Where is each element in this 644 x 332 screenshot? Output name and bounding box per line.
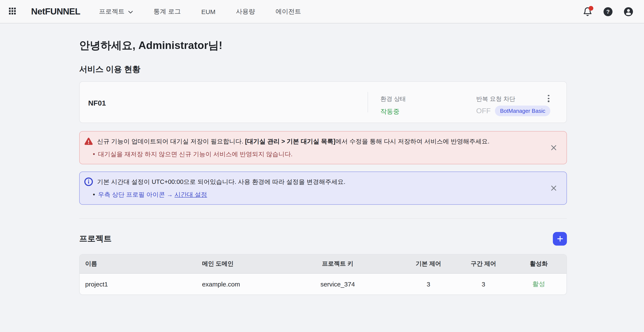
col-header-project-key: 프로젝트 키 xyxy=(274,260,401,268)
notification-bell-icon[interactable] xyxy=(583,6,592,16)
nav-item-usage[interactable]: 사용량 xyxy=(236,7,255,15)
card-more-menu-icon[interactable] xyxy=(545,94,552,104)
botmanager-badge: BotManager Basic xyxy=(495,106,550,116)
environment-name: NF01 xyxy=(88,99,106,108)
info-bullet-dot: • xyxy=(93,190,95,199)
nav-item-agent-label: 에이전트 xyxy=(276,7,301,15)
plus-icon xyxy=(556,235,563,242)
repeat-request-label: 반복 요청 차단 xyxy=(476,95,550,102)
warning-alert-message: 신규 기능이 업데이트되어 대기실 저장이 필요합니다. [대기실 관리 > 기… xyxy=(97,137,490,146)
warning-bullet-dot: • xyxy=(93,150,95,158)
project-table-row[interactable]: project1 example.com service_374 3 3 활성 xyxy=(80,274,566,295)
apps-grid-icon[interactable] xyxy=(9,8,16,15)
info-bullet-prefix: 우측 상단 프로필 아이콘 → xyxy=(98,191,174,198)
info-close-icon[interactable] xyxy=(550,185,557,192)
warning-close-icon[interactable] xyxy=(550,144,557,151)
info-circle-icon xyxy=(84,177,93,186)
navbar-left: NetFUNNEL 프로젝트 통계 로그 EUM 사용량 에이전트 xyxy=(9,6,301,16)
col-header-basic-control: 기본 제어 xyxy=(401,260,456,268)
repeat-request-block: 반복 요청 차단 OFF BotManager Basic xyxy=(476,95,550,116)
col-header-section-control: 구간 제어 xyxy=(456,260,511,268)
info-alert-bullet-row: • 우측 상단 프로필 아이콘 → 시간대 설정 xyxy=(84,190,541,199)
netfunnel-logo[interactable]: NetFUNNEL xyxy=(31,6,80,16)
info-alert: 기본 시간대 설정이 UTC+00:00으로 되어있습니다. 사용 환경에 따라… xyxy=(79,172,567,205)
top-navbar: NetFUNNEL 프로젝트 통계 로그 EUM 사용량 에이전트 xyxy=(0,0,644,23)
repeat-request-value-row: OFF BotManager Basic xyxy=(476,106,550,116)
info-alert-message-row: 기본 시간대 설정이 UTC+00:00으로 되어있습니다. 사용 환경에 따라… xyxy=(84,178,541,186)
cell-basic-control: 3 xyxy=(401,281,456,288)
cell-section-control: 3 xyxy=(456,281,511,288)
col-header-main-domain: 메인 도메인 xyxy=(196,260,274,268)
env-status-label: 환경 상태 xyxy=(380,95,406,102)
timezone-settings-link[interactable]: 시간대 설정 xyxy=(174,191,207,198)
cell-project-name: project1 xyxy=(80,281,196,288)
help-icon[interactable]: ? xyxy=(603,6,613,16)
projects-section-title: 프로젝트 xyxy=(79,234,112,244)
nav-menu: 프로젝트 통계 로그 EUM 사용량 에이전트 xyxy=(99,7,301,15)
projects-section-header: 프로젝트 xyxy=(79,232,567,246)
info-bullet-text: 우측 상단 프로필 아이콘 → 시간대 설정 xyxy=(98,190,207,199)
navbar-right: ? xyxy=(583,6,633,16)
warning-message-part1: 신규 기능이 업데이트되어 대기실 저장이 필요합니다. xyxy=(97,138,245,145)
projects-table-header: 이름 메인 도메인 프로젝트 키 기본 제어 구간 제어 활성화 xyxy=(80,255,566,274)
profile-avatar-icon[interactable] xyxy=(624,6,633,16)
notification-badge-dot xyxy=(589,6,593,10)
nav-item-projects[interactable]: 프로젝트 xyxy=(99,7,133,15)
main-content: 안녕하세요, Administrator님! 서비스 이용 현황 NF01 환경… xyxy=(79,39,567,295)
section-divider xyxy=(79,218,567,219)
warning-triangle-icon xyxy=(84,137,93,146)
nav-item-agent[interactable]: 에이전트 xyxy=(276,7,301,15)
env-status-block: 환경 상태 작동중 xyxy=(380,95,406,116)
page-title: 안녕하세요, Administrator님! xyxy=(79,39,567,51)
warning-alert-bullet-row: • 대기실을 재저장 하지 않으면 신규 기능이 서비스에 반영되지 않습니다. xyxy=(84,150,541,158)
nav-item-usage-label: 사용량 xyxy=(236,7,255,15)
cell-project-key: service_374 xyxy=(274,281,401,288)
service-status-card: NF01 환경 상태 작동중 반복 요청 차단 OFF BotManager B… xyxy=(79,81,567,123)
nav-item-eum[interactable]: EUM xyxy=(201,8,216,15)
warning-alert-message-row: 신규 기능이 업데이트되어 대기실 저장이 필요합니다. [대기실 관리 > 기… xyxy=(84,137,541,146)
service-usage-section-title: 서비스 이용 현황 xyxy=(79,64,567,74)
projects-table: 이름 메인 도메인 프로젝트 키 기본 제어 구간 제어 활성화 project… xyxy=(79,254,567,295)
cell-active-status: 활성 xyxy=(511,280,566,288)
info-alert-message: 기본 시간대 설정이 UTC+00:00으로 되어있습니다. 사용 환경에 따라… xyxy=(97,178,346,186)
chevron-down-icon xyxy=(128,10,133,13)
env-status-value: 작동중 xyxy=(380,108,406,116)
nav-item-stats-log[interactable]: 통계 로그 xyxy=(154,7,181,15)
warning-message-part2: 에서 수정을 통해 다시 저장하여 서비스에 반영해주세요. xyxy=(336,138,490,145)
warning-bullet-text: 대기실을 재저장 하지 않으면 신규 기능이 서비스에 반영되지 않습니다. xyxy=(98,150,292,158)
repeat-request-status: OFF xyxy=(476,107,491,115)
netfunnel-dashboard: NetFUNNEL 프로젝트 통계 로그 EUM 사용량 에이전트 xyxy=(0,0,644,332)
card-vertical-divider xyxy=(368,92,368,112)
warning-alert: 신규 기능이 업데이트되어 대기실 저장이 필요합니다. [대기실 관리 > 기… xyxy=(79,131,567,164)
col-header-active: 활성화 xyxy=(511,260,566,268)
warning-message-bold: [대기실 관리 > 기본 대기실 목록] xyxy=(245,138,336,145)
svg-text:?: ? xyxy=(606,8,610,14)
col-header-name: 이름 xyxy=(80,260,196,268)
nav-item-stats-log-label: 통계 로그 xyxy=(154,7,181,15)
nav-item-projects-label: 프로젝트 xyxy=(99,7,124,15)
add-project-button[interactable] xyxy=(553,232,567,245)
cell-main-domain: example.com xyxy=(196,281,274,288)
nav-item-eum-label: EUM xyxy=(201,8,216,15)
